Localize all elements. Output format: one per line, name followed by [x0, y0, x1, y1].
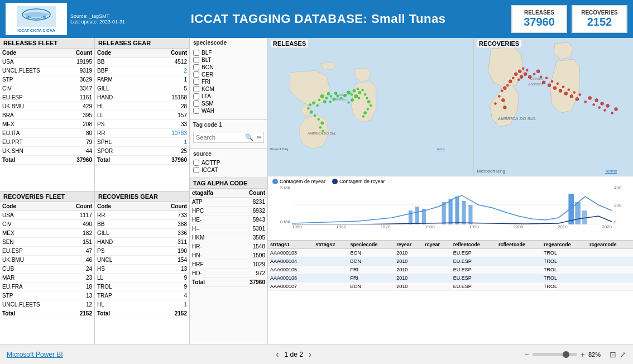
- svg-point-75: [559, 89, 562, 93]
- powerbi-link[interactable]: Microsoft Power BI: [7, 351, 63, 358]
- zoom-plus[interactable]: +: [581, 350, 585, 359]
- species-checkbox[interactable]: [193, 108, 199, 114]
- table-row[interactable]: HL1: [95, 300, 189, 309]
- table-row[interactable]: STP3629: [0, 75, 94, 84]
- table-row[interactable]: SPOR25: [95, 147, 189, 156]
- search-input[interactable]: [194, 132, 243, 142]
- table-row[interactable]: H--5301: [190, 224, 267, 233]
- releases-stat: RELEASES 37960: [511, 5, 567, 33]
- table-row[interactable]: UNCL.FLEETS9319: [0, 66, 94, 75]
- table-row[interactable]: RR10783: [95, 129, 189, 138]
- table-row[interactable]: UK.SHN44: [0, 147, 94, 156]
- zoom-slider[interactable]: [533, 353, 577, 356]
- prev-page-btn[interactable]: ‹: [276, 349, 279, 360]
- table-row[interactable]: PS190: [95, 246, 189, 255]
- table-row[interactable]: EU.ITA80: [0, 129, 94, 138]
- table-row[interactable]: EU.ESP1161: [0, 93, 94, 102]
- table-row[interactable]: GILL336: [95, 228, 189, 237]
- table-row[interactable]: HD-972: [190, 269, 267, 278]
- table-row[interactable]: STP13: [0, 291, 94, 300]
- table-row[interactable]: HR-1548: [190, 242, 267, 251]
- species-checkbox-item[interactable]: FRI: [193, 79, 264, 85]
- table-row[interactable]: HN-1500: [190, 251, 267, 260]
- table-row[interactable]: EU.PRT79: [0, 138, 94, 147]
- data-row[interactable]: AAA000104BON2010EU.ESPTROL: [268, 257, 633, 266]
- table-row[interactable]: SPHL1: [95, 138, 189, 147]
- species-checkbox-item[interactable]: KGM: [193, 86, 264, 92]
- svg-rect-102: [415, 207, 419, 224]
- data-row[interactable]: AAA000105FRI2010EU.ESPTROL: [268, 266, 633, 274]
- table-row[interactable]: HRF1029: [190, 260, 267, 269]
- table-row[interactable]: UNCL154: [95, 255, 189, 264]
- table-row[interactable]: ATP8231: [190, 198, 267, 207]
- species-checkbox[interactable]: [193, 57, 199, 63]
- table-row[interactable]: CIV3347: [0, 84, 94, 93]
- table-row[interactable]: HE-5943: [190, 215, 267, 224]
- table-row[interactable]: CUB24: [0, 264, 94, 273]
- edit-icon[interactable]: ✏: [255, 134, 263, 141]
- species-checkbox-item[interactable]: BLT: [193, 57, 264, 63]
- species-checkbox[interactable]: [193, 71, 199, 78]
- next-page-btn[interactable]: ›: [309, 349, 311, 360]
- table-row[interactable]: UK.BMU46: [0, 255, 94, 264]
- search-box[interactable]: 🔍 ✏: [193, 132, 264, 143]
- table-row[interactable]: TRAP4: [95, 291, 189, 300]
- table-row[interactable]: MAR23: [0, 273, 94, 282]
- table-row[interactable]: EU.ESP47: [0, 246, 94, 255]
- source-checkbox[interactable]: [193, 160, 199, 166]
- table-row[interactable]: HKM3505: [190, 233, 267, 242]
- table-row[interactable]: EU.FRA18: [0, 282, 94, 291]
- table-row[interactable]: PS33: [95, 120, 189, 129]
- table-row[interactable]: FARM1: [95, 75, 189, 84]
- table-row[interactable]: HPC6932: [190, 207, 267, 215]
- table-row[interactable]: HAND15168: [95, 93, 189, 102]
- table-row[interactable]: BB4512: [95, 58, 189, 66]
- species-checkbox[interactable]: [193, 64, 199, 70]
- source-checkbox-item[interactable]: AOTTP: [193, 160, 264, 166]
- expand-icon[interactable]: ⤢: [620, 350, 626, 359]
- table-row[interactable]: BB388: [95, 219, 189, 228]
- table-row[interactable]: HL28: [95, 102, 189, 111]
- data-row[interactable]: AAA000103BON2010EU.ESPTROL: [268, 249, 633, 257]
- table-row[interactable]: MEX208: [0, 120, 94, 129]
- fit-screen-icon[interactable]: ⊡: [610, 350, 616, 359]
- species-checkbox[interactable]: [193, 50, 199, 56]
- rcg-count-header: Count: [142, 202, 189, 211]
- species-checkbox-item[interactable]: BLF: [193, 50, 264, 56]
- table-row[interactable]: LL157: [95, 111, 189, 120]
- table-row[interactable]: USA19195: [0, 58, 94, 66]
- table-row[interactable]: UK.BMU429: [0, 102, 94, 111]
- table-row[interactable]: BRA395: [0, 111, 94, 120]
- zoom-handle[interactable]: [563, 351, 569, 358]
- table-row[interactable]: LL9: [95, 273, 189, 282]
- table-row[interactable]: CIV490: [0, 219, 94, 228]
- species-checkbox[interactable]: [193, 79, 199, 85]
- table-row[interactable]: GILL5: [95, 84, 189, 93]
- species-checkbox[interactable]: [193, 86, 199, 92]
- species-checkbox-item[interactable]: CER: [193, 71, 264, 78]
- svg-point-66: [533, 73, 535, 75]
- data-row[interactable]: AAA000106FRI2010EU.ESPTROL: [268, 274, 633, 282]
- table-row[interactable]: UNCL.FLEETS12: [0, 300, 94, 309]
- species-checkbox-item[interactable]: LTA: [193, 93, 264, 99]
- table-row[interactable]: USA1117: [0, 210, 94, 219]
- svg-point-62: [506, 84, 509, 87]
- source-checkbox[interactable]: [193, 167, 199, 173]
- species-checkbox-item[interactable]: WAH: [193, 108, 264, 114]
- data-rows-scroll[interactable]: strtags1strtags2speciecodereyearrcyearre…: [268, 241, 633, 344]
- source-checkbox-item[interactable]: ICCAT: [193, 167, 264, 173]
- table-row[interactable]: TROL9: [95, 282, 189, 291]
- species-checkbox[interactable]: [193, 93, 199, 99]
- table-row[interactable]: RR733: [95, 210, 189, 219]
- species-checkbox[interactable]: [193, 100, 199, 107]
- table-row[interactable]: HAND311: [95, 237, 189, 246]
- table-row[interactable]: HS13: [95, 264, 189, 273]
- svg-point-7: [323, 100, 326, 103]
- data-row[interactable]: AAA000107BON2010EU.ESPTROL: [268, 282, 633, 291]
- species-checkbox-item[interactable]: BON: [193, 64, 264, 70]
- species-checkbox-item[interactable]: SSM: [193, 100, 264, 107]
- table-row[interactable]: BBF2: [95, 66, 189, 75]
- zoom-minus[interactable]: −: [525, 350, 529, 359]
- table-row[interactable]: SEN151: [0, 237, 94, 246]
- table-row[interactable]: MEX182: [0, 228, 94, 237]
